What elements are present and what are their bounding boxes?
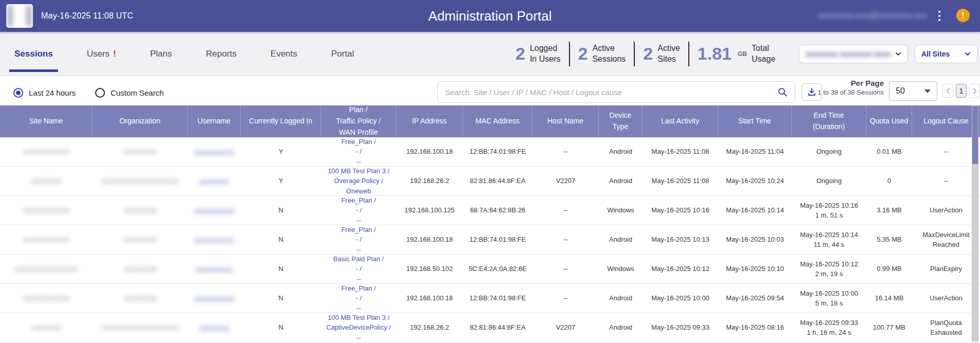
last-activity-cell: May-16-2025 11:08 (643, 167, 718, 195)
column-header: Start Time (718, 105, 792, 137)
plan-link[interactable]: Free_Plan /- /-- (321, 196, 396, 225)
tab-reports[interactable]: Reports (204, 32, 239, 76)
previous-page-button[interactable] (942, 84, 953, 98)
ip-address-cell: 192.168.100.18 (396, 137, 463, 166)
search-input[interactable] (445, 88, 777, 97)
device-type-cell: Windows (599, 196, 643, 225)
start-time-cell: May-16-2025 09:54 (718, 284, 792, 313)
ip-address-cell: 192.168.100.18 (396, 225, 463, 254)
organization-selector[interactable]: xxxxxxxx xxxxxxxx xxxxxxx (799, 45, 908, 63)
plan-link[interactable]: 100 MB Test Plan 3 /CaptiveDevicePolicy … (321, 313, 396, 342)
kebab-menu-icon[interactable] (933, 9, 946, 23)
last-activity-cell: May-16-2025 09:33 (643, 313, 718, 342)
site-name-cell: xxxxxxxxxxxxxx (0, 225, 93, 254)
plan-link[interactable]: Free_Plan /- /-- (321, 137, 396, 166)
username-link[interactable]: xxxxxxxxxxx (188, 255, 241, 283)
username-link[interactable]: xxxxxxxxx (188, 313, 241, 342)
current-page-button[interactable]: 1 (956, 84, 967, 98)
quota-used-cell: 16.14 MB (866, 284, 912, 313)
radio-last-24-hours[interactable]: Last 24 hours (13, 88, 76, 98)
chevron-right-icon (972, 88, 977, 94)
current-datetime: May-16-2025 11:08 UTC (41, 11, 133, 21)
notification-alert-icon[interactable]: ! (956, 9, 970, 22)
ip-address-cell: 192.168.50.102 (396, 255, 463, 283)
column-header: Device Type (599, 105, 643, 137)
quota-used-cell: 100.77 MB (866, 313, 912, 342)
administration-portal-app: May-16-2025 11:08 UTC Administration Por… (0, 0, 980, 343)
alert-mark-icon: ! (113, 49, 116, 59)
column-header: Logout Cause (912, 105, 980, 137)
tab-label: Plans (150, 49, 172, 59)
logout-cause-cell: MaxDeviceLimit Reached (912, 225, 980, 254)
tab-sessions[interactable]: Sessions (12, 32, 55, 76)
ip-address-cell: 192.168.26.2 (396, 313, 463, 342)
triangle-down-icon (924, 89, 931, 93)
tab-portal[interactable]: Portal (329, 32, 356, 76)
table-row: xxxxxxxxxxxxxxxxxxxxxxxxxxxxxxxxxxxxNFre… (0, 284, 980, 313)
last-activity-cell: May-16-2025 10:12 (643, 255, 718, 283)
sessions-table: Site NameOrganizationUsernameCurrently L… (0, 105, 980, 342)
end-time-cell: May-16-2025 10:1411 m, 44 s (792, 225, 866, 254)
tab-plans[interactable]: Plans (148, 32, 174, 76)
per-page-value: 50 (896, 86, 905, 96)
radio-selected-icon (13, 88, 23, 98)
last-activity-cell: May-16-2025 10:13 (643, 225, 718, 254)
tab-label: Sessions (14, 49, 53, 59)
table-row: xxxxxxxxxxxxxxxxxxxxxxxxxxxxxxxxxxxxNFre… (0, 196, 980, 225)
username-link[interactable]: xxxxxxxxx (188, 167, 241, 195)
column-header: Host Name (532, 105, 599, 137)
search-icon[interactable] (777, 87, 788, 97)
stat-label: LoggedIn Users (530, 43, 561, 65)
vertical-scrollbar[interactable] (972, 105, 978, 341)
username-link[interactable]: xxxxxxxxxxxx (188, 284, 241, 313)
logout-cause-cell: PlanQuota Exhausted (912, 313, 980, 342)
company-logo (6, 4, 33, 28)
logout-cause-cell: UserAction (912, 196, 980, 225)
per-page-selector[interactable]: 50 (889, 81, 937, 101)
start-time-cell: May-16-2025 10:24 (718, 167, 792, 195)
host-name-cell: V2207 (532, 313, 599, 342)
chevron-down-icon (895, 51, 901, 57)
last-activity-cell: May-16-2025 10:00 (643, 284, 718, 313)
chevron-down-icon (965, 51, 971, 57)
username-link[interactable]: xxxxxxxxxxxx (188, 196, 241, 225)
host-name-cell: -- (532, 255, 599, 283)
host-name-cell: -- (532, 225, 599, 254)
site-name-cell: xxxxxxxxxxxxxxxxxxx (0, 255, 93, 283)
start-time-cell: May-16-2025 08:16 (718, 313, 792, 342)
account-email[interactable]: xxxxxxxxx.xxxx@xxxxxxxxx.xxx (818, 11, 926, 20)
plan-link[interactable]: Basic Paid Plan /- /-- (321, 255, 396, 283)
username-link[interactable]: xxxxxxxxxxxx (188, 137, 241, 166)
tab-users[interactable]: Users! (85, 32, 118, 76)
start-time-cell: May-16-2025 10:03 (718, 225, 792, 254)
next-page-button[interactable] (969, 84, 980, 98)
stat-value: 2 (515, 44, 525, 64)
logged-in-cell: N (241, 196, 321, 225)
end-time-cell: May-16-2025 10:122 m, 19 s (792, 255, 866, 283)
plan-link[interactable]: Free_Plan /- /-- (321, 284, 396, 313)
quota-used-cell: 3.16 MB (866, 196, 912, 225)
plan-link[interactable]: Free_Plan /- /-- (321, 225, 396, 254)
logged-in-cell: N (241, 284, 321, 313)
plan-link[interactable]: 100 MB Test Plan 3 /Overage Policy /Onew… (321, 167, 396, 195)
stats-bar: 2LoggedIn Users2ActiveSessions2ActiveSit… (515, 32, 775, 76)
organization-selector-value: xxxxxxxx xxxxxxxx xxxxxxx (806, 50, 891, 58)
mac-address-cell: 82:81:86:44:8F:EA (463, 167, 532, 195)
column-header: MAC Address (463, 105, 532, 137)
username-link[interactable]: xxxxxxxxxxxx (188, 225, 241, 254)
tab-events[interactable]: Events (269, 32, 299, 76)
radio-custom-search[interactable]: Custom Search (95, 88, 164, 98)
column-header: Site Name (0, 105, 93, 137)
nav-tabs: SessionsUsers!PlansReportsEventsPortal (12, 32, 356, 76)
organization-cell: xxxxxxxxxx (93, 137, 188, 166)
organization-cell: xxxxxxxxxx (93, 284, 188, 313)
ip-address-cell: 192.168.26.2 (396, 167, 463, 195)
scrollbar-thumb[interactable] (972, 106, 978, 164)
column-header: Organization (93, 105, 188, 137)
sites-selector[interactable]: All Sites (915, 45, 977, 63)
column-header: Plan /Traffic Policy /WAN Profile (321, 105, 396, 137)
organization-cell: xxxxxxxxxx (93, 255, 188, 283)
start-time-cell: May-16-2025 10:14 (718, 196, 792, 225)
device-type-cell: Android (599, 225, 643, 254)
tab-label: Reports (206, 49, 237, 59)
